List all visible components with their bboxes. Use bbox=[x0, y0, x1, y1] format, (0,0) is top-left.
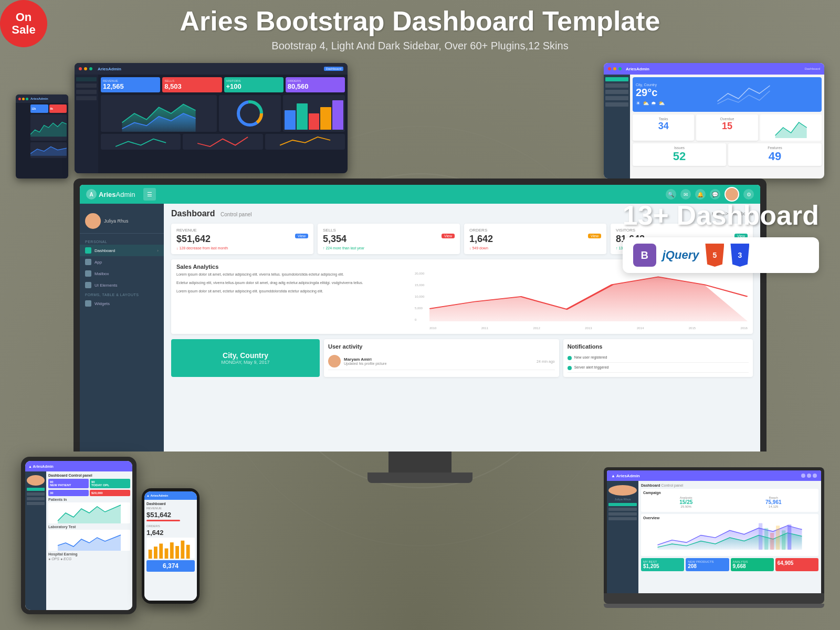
laptop-topbar: ▲ AriesAdmin bbox=[607, 470, 821, 481]
logo-area: A AriesAdmin bbox=[86, 189, 135, 200]
tablet-stat-2: 90TODAY OPL bbox=[90, 479, 130, 488]
logo-text: AriesAdmin bbox=[99, 191, 135, 198]
revenue-badge[interactable]: View bbox=[295, 234, 308, 238]
laptop-stat-4: 64,905 bbox=[775, 558, 818, 571]
bottom-row: City, Country MONDAY, May 9, 2017 User a… bbox=[171, 339, 753, 377]
city-date: MONDAY, May 9, 2017 bbox=[221, 360, 269, 365]
phone-topbar: ▲ AriesAdmin bbox=[144, 491, 197, 500]
laptop-body: Juliya Rhus Dashboard Control panel Camp… bbox=[607, 481, 821, 593]
phone-screen: ▲ AriesAdmin Dashboard REVENUE $51,642 O… bbox=[144, 491, 197, 601]
laptop-sidebar: Juliya Rhus bbox=[607, 481, 638, 593]
earning-row: ● OPS ● ECG bbox=[48, 557, 130, 561]
chat-icon[interactable]: 💬 bbox=[710, 189, 720, 200]
tablet-stats-row: 90NEW PATIENT 90TODAY OPL bbox=[48, 479, 130, 488]
phone-chart bbox=[146, 538, 195, 559]
sidebar-section-personal: PERSONAL bbox=[80, 238, 164, 245]
activity-title: User activity bbox=[328, 343, 555, 350]
tech-badges: B jQuery 5 3 bbox=[623, 237, 819, 273]
patients-in-label: Patients In bbox=[48, 498, 130, 501]
page-title-area: Dashboard Control panel bbox=[171, 209, 252, 218]
svg-rect-14 bbox=[165, 549, 169, 559]
activity-card: User activity Maryam Amiri Updated his p… bbox=[324, 339, 559, 377]
notifications-card: Notifications New user registered Server… bbox=[563, 339, 753, 377]
tablet-stat-1: 90NEW PATIENT bbox=[48, 479, 89, 488]
page-title: Dashboard bbox=[171, 209, 215, 218]
notif-dot-1 bbox=[568, 356, 572, 360]
phone-revenue-bar bbox=[146, 520, 180, 521]
activity-time: 24 min ago bbox=[537, 360, 555, 363]
tablet-body: Dashboard Control panel 90NEW PATIENT 90… bbox=[25, 471, 132, 610]
right-info: 13+ Dashboard B jQuery 5 3 bbox=[623, 200, 819, 273]
revenue-value: $51,642 bbox=[176, 234, 308, 245]
phone-revenue-value: $51,642 bbox=[146, 511, 195, 519]
svg-rect-11 bbox=[149, 550, 152, 559]
tablet-sidebar bbox=[25, 471, 46, 610]
activity-user-name: Maryam Amiri bbox=[344, 357, 533, 362]
search-icon[interactable]: 🔍 bbox=[666, 189, 676, 200]
stat-sells: SELLS View 5,354 ↑ 224 more than last ye… bbox=[318, 224, 460, 254]
sidebar-item-widgets[interactable]: Widgets bbox=[80, 298, 164, 309]
activity-item: Maryam Amiri Updated his profile picture… bbox=[328, 353, 555, 370]
jquery-badge: jQuery bbox=[663, 248, 699, 262]
mail-icon[interactable]: ✉ bbox=[680, 189, 691, 200]
tablet-content: Dashboard Control panel 90NEW PATIENT 90… bbox=[46, 471, 132, 610]
tablet-topbar: ▲ AriesAdmin bbox=[25, 461, 132, 471]
orders-label: ORDERS bbox=[469, 228, 601, 233]
admin-sidebar: Juliya Rhus PERSONAL Dashboard › App bbox=[80, 204, 164, 452]
svg-rect-23 bbox=[770, 533, 774, 550]
notifications-title: Notifications bbox=[568, 343, 749, 350]
sells-badge[interactable]: View bbox=[442, 234, 455, 238]
tablet-screen: ▲ AriesAdmin Dashboard Control panel 90N… bbox=[25, 461, 132, 610]
ui-icon bbox=[85, 282, 91, 288]
laptop-base bbox=[604, 593, 824, 604]
analytics-chart: 20,000 15,000 10,000 5,000 0 bbox=[415, 272, 748, 330]
bootstrap-badge: B bbox=[633, 244, 656, 267]
orders-change: ↓ 549 down bbox=[469, 246, 601, 250]
sells-change: ↑ 224 more than last year bbox=[323, 246, 455, 250]
menu-toggle[interactable]: ☰ bbox=[143, 188, 156, 201]
tablet-chart-1 bbox=[48, 502, 130, 523]
campaign-label: Campaign bbox=[643, 491, 816, 495]
sidebar-item-ui[interactable]: UI Elements bbox=[80, 279, 164, 291]
laptop-screen-frame: ▲ AriesAdmin Juliya Rhus bbox=[604, 467, 824, 593]
orders-badge[interactable]: View bbox=[588, 234, 601, 238]
activity-description: Updated his profile picture bbox=[344, 362, 533, 365]
bell-icon[interactable]: 🔔 bbox=[695, 189, 706, 200]
settings-icon[interactable]: ⚙ bbox=[743, 189, 754, 200]
phone-dash-title: Dashboard bbox=[146, 502, 195, 506]
analytics-text-2: Ectetur adipiscing elit, viverra tellus-… bbox=[176, 280, 410, 286]
notif-item-1: New user registered bbox=[568, 353, 749, 363]
svg-rect-25 bbox=[782, 530, 785, 550]
earning-label: Hospital Earning bbox=[48, 552, 130, 556]
svg-rect-24 bbox=[776, 526, 780, 550]
svg-rect-17 bbox=[181, 541, 184, 559]
laptop-device: ▲ AriesAdmin Juliya Rhus bbox=[604, 467, 824, 614]
sub-title: Bootstrap 4, Light And Dark Sidebar, Ove… bbox=[0, 40, 840, 52]
svg-rect-12 bbox=[154, 547, 158, 559]
sidebar-item-dashboard[interactable]: Dashboard › bbox=[80, 245, 164, 256]
logo-icon: A bbox=[86, 189, 97, 200]
earning-text: ● OPS ● ECG bbox=[48, 557, 130, 561]
page-subtitle: Control panel bbox=[220, 212, 251, 217]
svg-rect-21 bbox=[759, 523, 762, 550]
tablet-stats-row-2: 30 $20,000 bbox=[48, 490, 130, 496]
top-right-screenshot: AriesAdmin Dashboard City, Country 29°c … bbox=[604, 63, 824, 178]
app-icon bbox=[85, 259, 91, 265]
laptop-campaign-card: Campaign Analystic 15/25 25.50% Reach 75… bbox=[641, 489, 818, 512]
phone-orders-label: ORDERS bbox=[146, 524, 195, 528]
phone-body: Dashboard REVENUE $51,642 ORDERS 1,642 6… bbox=[144, 500, 197, 601]
phone-revenue-label: REVENUE bbox=[146, 507, 195, 510]
sells-label: SELLS bbox=[323, 228, 455, 233]
monitor-stand bbox=[388, 452, 452, 472]
top-screenshots-left: AriesAdmin 12k 8k bbox=[16, 63, 348, 178]
mailbox-icon bbox=[85, 270, 91, 277]
svg-rect-16 bbox=[175, 546, 179, 559]
sidebar-username: Juliya Rhus bbox=[104, 218, 129, 224]
sidebar-item-app[interactable]: App bbox=[80, 256, 164, 268]
sidebar-item-mailbox[interactable]: Mailbox bbox=[80, 268, 164, 279]
sells-value: 5,354 bbox=[323, 234, 455, 245]
widgets-icon bbox=[85, 300, 91, 307]
laptop-stat-3: ANALYSIS 9,668 bbox=[731, 558, 774, 571]
laptop-screen: ▲ AriesAdmin Juliya Rhus bbox=[607, 470, 821, 593]
notif-text-1: New user registered bbox=[574, 355, 607, 360]
